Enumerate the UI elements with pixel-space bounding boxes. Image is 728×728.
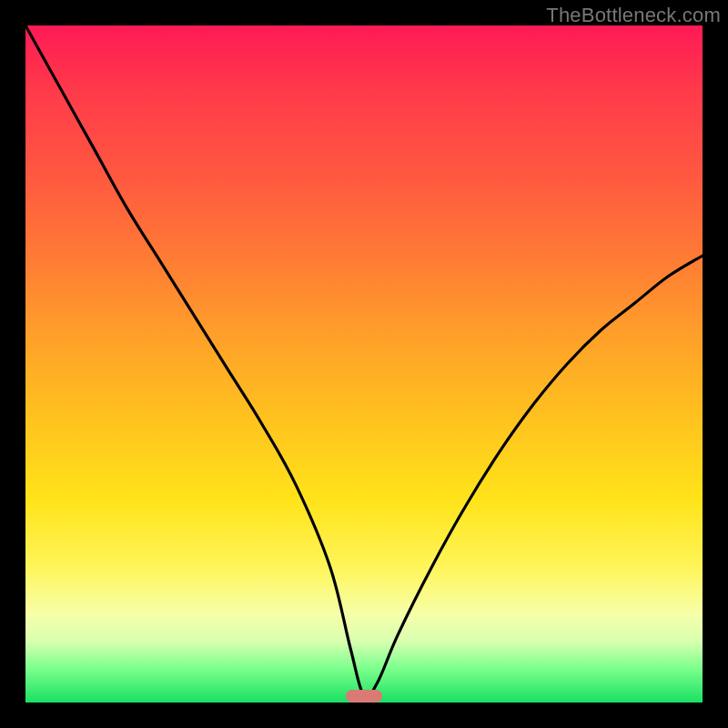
chart-frame: TheBottleneck.com — [0, 0, 728, 728]
watermark-text: TheBottleneck.com — [546, 4, 721, 27]
bottleneck-curve-path — [25, 25, 703, 698]
plot-area — [25, 25, 703, 703]
optimal-marker — [346, 690, 382, 703]
curve-svg — [25, 25, 703, 703]
